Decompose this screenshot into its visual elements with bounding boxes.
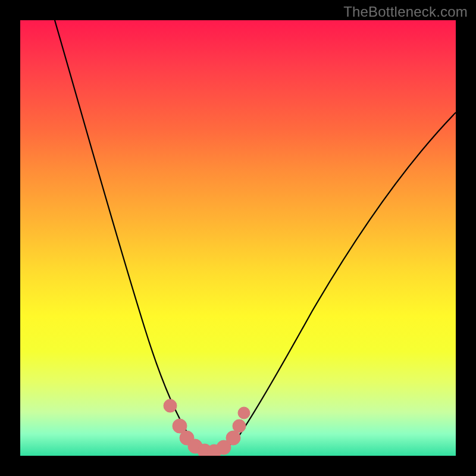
marker-dot bbox=[238, 407, 250, 419]
marker-dot bbox=[233, 419, 246, 433]
marker-group bbox=[164, 399, 250, 456]
plot-area bbox=[20, 20, 456, 456]
marker-dot bbox=[226, 431, 240, 445]
chart-svg bbox=[20, 20, 456, 456]
chart-frame: TheBottleneck.com bbox=[0, 0, 476, 476]
marker-dot bbox=[164, 399, 177, 412]
bottleneck-curve-path bbox=[55, 20, 456, 454]
watermark-text: TheBottleneck.com bbox=[343, 4, 468, 20]
